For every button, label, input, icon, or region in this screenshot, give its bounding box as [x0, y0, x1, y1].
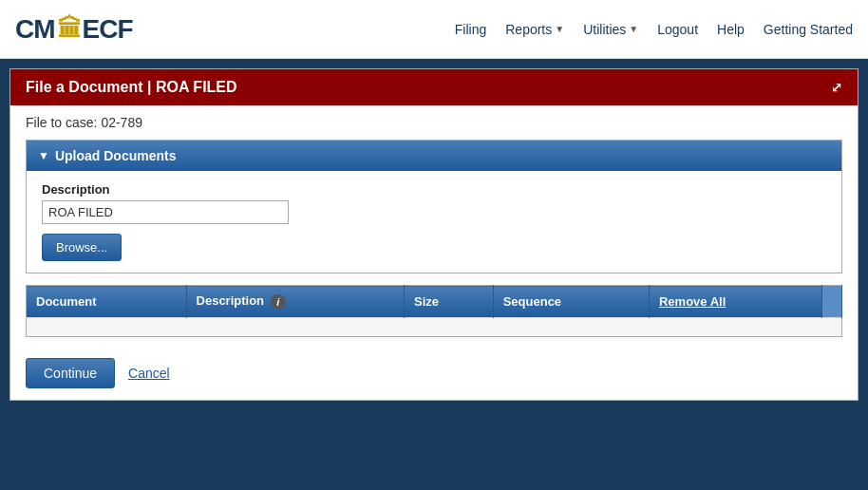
cancel-button[interactable]: Cancel — [128, 366, 170, 381]
logo-icon: 🏛 — [57, 14, 81, 44]
col-size: Size — [405, 286, 494, 318]
nav-logout[interactable]: Logout — [657, 22, 698, 37]
nav-help[interactable]: Help — [717, 22, 745, 37]
description-input[interactable] — [42, 200, 289, 224]
nav-utilities[interactable]: Utilities ▼ — [583, 22, 638, 37]
upload-section: ▼ Upload Documents Description Browse... — [26, 140, 842, 273]
continue-button[interactable]: Continue — [26, 358, 115, 388]
col-document: Document — [27, 286, 187, 318]
file-to-case: File to case: 02-789 — [10, 105, 858, 140]
logo-ecf: ECF — [83, 14, 133, 45]
nav-reports[interactable]: Reports ▼ — [505, 22, 564, 37]
expand-icon[interactable]: ⤢ — [831, 80, 842, 95]
nav-getting-started[interactable]: Getting Started — [764, 22, 853, 37]
header: CM 🏛 ECF Filing Reports ▼ Utilities ▼ Lo… — [0, 0, 868, 59]
col-description: Description i — [186, 286, 404, 318]
upload-body: Description Browse... — [27, 171, 841, 273]
browse-button[interactable]: Browse... — [42, 234, 122, 261]
logo: CM 🏛 ECF — [15, 14, 133, 45]
nav-filing[interactable]: Filing — [455, 22, 486, 37]
panel-title-text: File a Document | ROA FILED — [26, 79, 237, 96]
document-table: Document Description i Size Sequence Rem… — [26, 285, 842, 337]
utilities-dropdown-icon: ▼ — [629, 24, 638, 34]
table-extra-col — [822, 286, 842, 318]
content-panel: File a Document | ROA FILED ⤢ File to ca… — [9, 68, 859, 401]
file-to-case-label: File to case: — [26, 115, 97, 130]
upload-section-title: Upload Documents — [55, 148, 177, 163]
col-sequence: Sequence — [493, 286, 649, 318]
nav-links: Filing Reports ▼ Utilities ▼ Logout Help… — [455, 22, 853, 37]
panel-title-bar: File a Document | ROA FILED ⤢ — [10, 69, 858, 105]
reports-dropdown-icon: ▼ — [555, 24, 564, 34]
footer-buttons: Continue Cancel — [10, 349, 858, 400]
remove-all-button[interactable]: Remove All — [649, 286, 821, 318]
description-label: Description — [42, 182, 826, 197]
case-number-value: 02-789 — [101, 115, 142, 130]
table-empty-row — [27, 317, 842, 336]
main-wrapper: File a Document | ROA FILED ⤢ File to ca… — [0, 59, 868, 490]
collapse-arrow-icon: ▼ — [38, 149, 49, 162]
info-icon: i — [271, 294, 286, 310]
upload-section-header[interactable]: ▼ Upload Documents — [27, 141, 841, 171]
logo-cm: CM — [15, 14, 55, 45]
